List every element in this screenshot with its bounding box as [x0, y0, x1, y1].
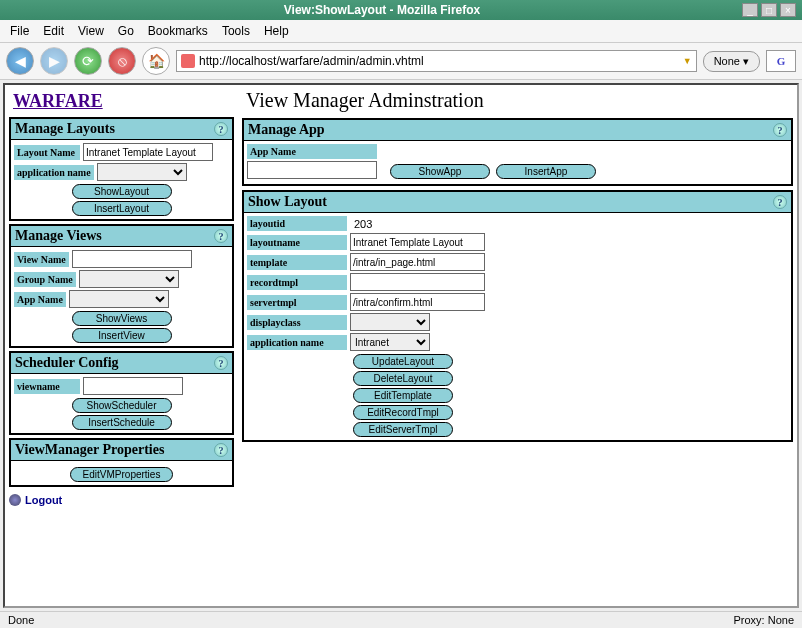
view-name-input[interactable]	[72, 250, 192, 268]
panel-manage-layouts: Manage Layouts? Layout Name application …	[9, 117, 234, 221]
insert-schedule-button[interactable]: InsertSchedule	[72, 415, 172, 430]
panel-title: ViewManager Properties	[15, 442, 164, 458]
app-name-input[interactable]	[247, 161, 377, 179]
panel-show-layout: Show Layout? layoutid203 layoutname temp…	[242, 190, 793, 442]
page-title: View Manager Adminstration	[242, 87, 793, 114]
logout-icon	[9, 494, 21, 506]
stop-button[interactable]: ⦸	[108, 47, 136, 75]
minimize-button[interactable]: _	[742, 3, 758, 17]
panel-title: Show Layout	[248, 194, 327, 210]
url-dropdown-icon[interactable]: ▼	[683, 56, 692, 66]
panel-manage-views: Manage Views? View Name Group Name App N…	[9, 224, 234, 348]
show-layout-button[interactable]: ShowLayout	[72, 184, 172, 199]
favicon-icon	[181, 54, 195, 68]
insert-view-button[interactable]: InsertView	[72, 328, 172, 343]
status-left: Done	[8, 614, 34, 626]
edit-template-button[interactable]: EditTemplate	[353, 388, 453, 403]
panel-title: Manage App	[248, 122, 325, 138]
show-scheduler-button[interactable]: ShowScheduler	[72, 398, 172, 413]
layout-name-input[interactable]	[83, 143, 213, 161]
reload-button[interactable]: ⟳	[74, 47, 102, 75]
toolbar: ◀ ▶ ⟳ ⦸ 🏠 ▼ None ▾ G	[0, 43, 802, 80]
titlebar: View:ShowLayout - Mozilla Firefox _ □ ×	[0, 0, 802, 20]
panel-title: Scheduler Config	[15, 355, 119, 371]
url-input[interactable]	[199, 54, 679, 68]
help-icon[interactable]: ?	[214, 229, 228, 243]
site-link[interactable]: WARFARE	[9, 89, 234, 114]
application-name-select[interactable]: Intranet	[350, 333, 430, 351]
menu-view[interactable]: View	[72, 22, 110, 40]
panel-vm-properties: ViewManager Properties? EditVMProperties	[9, 438, 234, 487]
menu-tools[interactable]: Tools	[216, 22, 256, 40]
delete-layout-button[interactable]: DeleteLayout	[353, 371, 453, 386]
panel-title: Manage Layouts	[15, 121, 115, 137]
logout-link[interactable]: Logout	[9, 494, 234, 506]
edit-vm-properties-button[interactable]: EditVMProperties	[70, 467, 174, 482]
show-views-button[interactable]: ShowViews	[72, 311, 172, 326]
recordtmpl-input[interactable]	[350, 273, 485, 291]
panel-title: Manage Views	[15, 228, 102, 244]
edit-server-tmpl-button[interactable]: EditServerTmpl	[353, 422, 453, 437]
insert-layout-button[interactable]: InsertLayout	[72, 201, 172, 216]
menu-file[interactable]: File	[4, 22, 35, 40]
forward-button[interactable]: ▶	[40, 47, 68, 75]
application-name-select[interactable]	[97, 163, 187, 181]
menubar: File Edit View Go Bookmarks Tools Help	[0, 20, 802, 43]
menu-bookmarks[interactable]: Bookmarks	[142, 22, 214, 40]
help-icon[interactable]: ?	[773, 123, 787, 137]
maximize-button[interactable]: □	[761, 3, 777, 17]
insert-app-button[interactable]: InsertApp	[496, 164, 596, 179]
panel-manage-app: Manage App? App Name ShowApp InsertApp	[242, 118, 793, 186]
menu-go[interactable]: Go	[112, 22, 140, 40]
close-button[interactable]: ×	[780, 3, 796, 17]
group-name-select[interactable]	[79, 270, 179, 288]
window-title: View:ShowLayout - Mozilla Firefox	[22, 3, 742, 17]
menu-help[interactable]: Help	[258, 22, 295, 40]
app-name-select[interactable]	[69, 290, 169, 308]
statusbar: Done Proxy: None	[0, 611, 802, 628]
update-layout-button[interactable]: UpdateLayout	[353, 354, 453, 369]
url-bar[interactable]: ▼	[176, 50, 697, 72]
viewname-input[interactable]	[83, 377, 183, 395]
edit-record-tmpl-button[interactable]: EditRecordTmpl	[353, 405, 453, 420]
help-icon[interactable]: ?	[214, 443, 228, 457]
status-right: Proxy: None	[733, 614, 794, 626]
template-input[interactable]	[350, 253, 485, 271]
home-button[interactable]: 🏠	[142, 47, 170, 75]
displayclass-select[interactable]	[350, 313, 430, 331]
page-content: WARFARE Manage Layouts? Layout Name appl…	[3, 83, 799, 608]
search-input[interactable]: G	[766, 50, 796, 72]
back-button[interactable]: ◀	[6, 47, 34, 75]
servertmpl-input[interactable]	[350, 293, 485, 311]
menu-edit[interactable]: Edit	[37, 22, 70, 40]
panel-scheduler-config: Scheduler Config? viewname ShowScheduler…	[9, 351, 234, 435]
show-app-button[interactable]: ShowApp	[390, 164, 490, 179]
layoutname-input[interactable]	[350, 233, 485, 251]
help-icon[interactable]: ?	[214, 122, 228, 136]
help-icon[interactable]: ?	[214, 356, 228, 370]
proxy-none-button[interactable]: None ▾	[703, 51, 760, 72]
help-icon[interactable]: ?	[773, 195, 787, 209]
layoutid-value: 203	[350, 218, 372, 230]
